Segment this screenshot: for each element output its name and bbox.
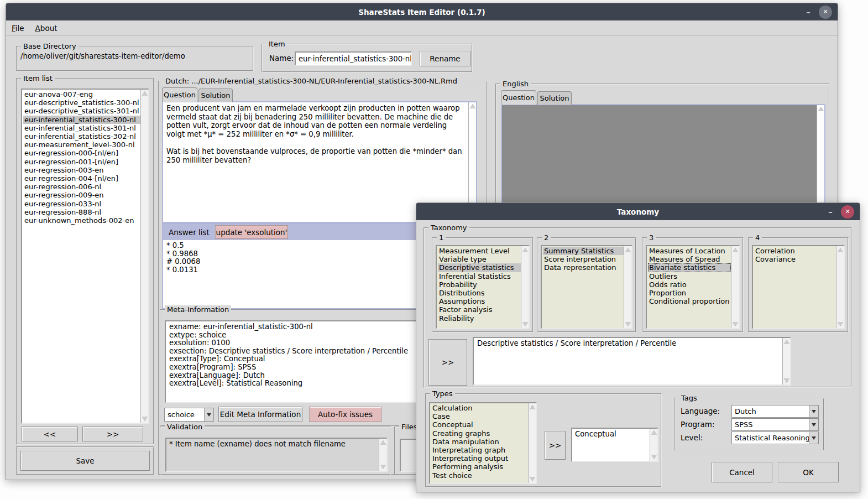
taxonomy-2-entry[interactable]: Data representation — [543, 263, 624, 272]
next-item-button[interactable]: >> — [82, 427, 143, 441]
minimize-icon[interactable]: – — [804, 9, 812, 15]
item-list-entry[interactable]: eur-descriptive_statistics-301-nl — [23, 107, 140, 115]
taxonomy-list-2[interactable]: Summary StatisticsScore interpretationDa… — [541, 245, 632, 329]
english-tab-question[interactable]: Question — [501, 90, 536, 105]
taxonomy-2-entry[interactable]: Summary Statistics — [543, 247, 624, 255]
taxonomy-4-entry[interactable]: Covariance — [754, 255, 836, 263]
scroll-down-icon[interactable] — [651, 455, 657, 459]
taxonomy-3-entry[interactable]: Outliers — [648, 272, 731, 280]
taxonomy-3-entry[interactable]: Proportion — [648, 289, 731, 297]
item-list-entry[interactable]: eur-regression-033-nl — [23, 200, 140, 208]
ok-button[interactable]: OK — [778, 462, 839, 482]
item-list-entry[interactable]: eur-regression-009-en — [23, 191, 140, 199]
scroll-down-icon[interactable] — [142, 417, 148, 421]
minimize-icon[interactable]: – — [827, 209, 834, 215]
types-listbox[interactable]: CalculationCaseConceptualCreating graphs… — [429, 402, 537, 484]
item-list-entry[interactable]: eur-regression-006-nl — [23, 183, 140, 191]
item-list-entry[interactable]: eur-descriptive_statistics-300-nl — [23, 98, 140, 107]
item-list-entry[interactable]: eur-inferential_statistics-302-nl — [23, 132, 140, 141]
scroll-down-icon[interactable] — [522, 322, 528, 326]
scroll-down-icon[interactable] — [625, 322, 631, 326]
scroll-down-icon[interactable] — [530, 477, 535, 481]
save-button[interactable]: Save — [20, 451, 150, 471]
scrollbar[interactable] — [782, 338, 790, 384]
english-tab-solution[interactable]: Solution — [537, 91, 572, 105]
item-type-dropdown[interactable]: schoice — [164, 408, 214, 422]
auto-fix-issues-button[interactable]: Auto-fix issues — [309, 407, 381, 422]
scrollbar[interactable] — [624, 246, 631, 328]
item-list-entry[interactable]: eur-unknown_methods-002-en — [23, 216, 140, 225]
item-list-entry[interactable]: eur-regression-888-nl — [23, 208, 140, 216]
scroll-up-icon[interactable] — [470, 104, 475, 108]
scroll-up-icon[interactable] — [530, 405, 535, 409]
prev-item-button[interactable]: << — [22, 427, 78, 441]
item-list-entry[interactable]: eur-regression-000-[nl/en] — [23, 149, 140, 157]
level-dropdown[interactable]: Statistical Reasoning — [731, 432, 819, 444]
taxonomy-1-entry[interactable]: Assumptions — [438, 297, 521, 305]
chevron-down-icon[interactable] — [809, 432, 818, 444]
taxonomy-3-entry[interactable]: Measures of Location — [648, 247, 731, 255]
types-entry[interactable]: Creating graphs — [431, 429, 528, 438]
taxonomy-1-entry[interactable]: Factor analysis — [438, 305, 521, 314]
taxonomy-1-entry[interactable]: Descriptive statistics — [438, 263, 521, 272]
taxonomy-1-entry[interactable]: Distributions — [438, 289, 521, 297]
scroll-down-icon[interactable] — [784, 378, 789, 383]
taxonomy-1-entry[interactable]: Reliability — [438, 314, 521, 323]
types-entry[interactable]: Test choice — [431, 471, 528, 480]
taxonomy-3-entry[interactable]: Measures of Spread — [648, 255, 731, 263]
item-list-entry[interactable]: eur-regression-004-[nl/en] — [23, 174, 140, 183]
taxonomy-1-entry[interactable]: Probability — [438, 280, 521, 289]
types-entry[interactable]: Case — [431, 412, 528, 420]
cancel-button[interactable]: Cancel — [712, 462, 772, 482]
types-transfer-button[interactable]: >> — [545, 431, 566, 460]
taxonomy-result-text[interactable]: Descriptive statistics / Score interpret… — [474, 338, 782, 384]
taxonomy-2-entry[interactable]: Score interpretation — [543, 255, 624, 263]
types-entry[interactable]: Calculation — [431, 404, 528, 412]
taxonomy-3-entry[interactable]: Odds ratio — [648, 280, 731, 289]
taxonomy-3-entry[interactable]: Bivariate statistics — [648, 263, 731, 272]
scroll-up-icon[interactable] — [838, 248, 843, 252]
taxonomy-1-entry[interactable]: Inferential Statistics — [438, 272, 521, 280]
scroll-up-icon[interactable] — [784, 340, 789, 344]
item-list-entry[interactable]: eur-inferential_statistics-301-nl — [23, 124, 140, 132]
program-dropdown[interactable]: SPSS — [731, 418, 819, 431]
item-name-input[interactable]: eur-inferential_statistics-300-nl — [295, 51, 412, 66]
item-list-entry[interactable]: eur-regression-001-[nl/en] — [23, 158, 140, 166]
menu-item[interactable]: About — [35, 24, 57, 33]
scroll-down-icon[interactable] — [380, 465, 386, 469]
scrollbar[interactable] — [140, 90, 148, 423]
taxonomy-3-entry[interactable]: Conditional proportion — [648, 297, 731, 305]
item-list-entry[interactable]: eur-regression-003-en — [23, 166, 140, 174]
types-entry[interactable]: Performing analysis — [431, 462, 528, 471]
taxonomy-1-entry[interactable]: Variable type — [438, 255, 521, 263]
taxonomy-list-1[interactable]: Measurement LevelVariable typeDescriptiv… — [436, 245, 530, 329]
chevron-down-icon[interactable] — [809, 406, 818, 417]
types-entry[interactable]: Conceptual — [431, 420, 528, 429]
menu-item[interactable]: File — [12, 24, 24, 33]
types-entry[interactable]: Interpretating graph — [431, 446, 528, 454]
item-listbox[interactable]: eur-anova-007-engeur-descriptive_statist… — [21, 89, 149, 424]
scrollbar[interactable] — [528, 403, 536, 483]
dutch-tab-question[interactable]: Question — [162, 87, 197, 102]
taxonomy-1-entry[interactable]: Measurement Level — [438, 247, 521, 255]
scroll-up-icon[interactable] — [625, 248, 631, 252]
scrollbar[interactable] — [731, 246, 739, 328]
scroll-down-icon[interactable] — [733, 322, 738, 326]
scrollbar[interactable] — [650, 429, 657, 461]
scroll-up-icon[interactable] — [733, 248, 738, 252]
taxonomy-list-3[interactable]: Measures of LocationMeasures of SpreadBi… — [646, 245, 740, 329]
types-entry[interactable]: Data manipulation — [431, 438, 528, 446]
taxonomy-list-4[interactable]: CorrelationCovariance — [752, 245, 845, 329]
close-icon[interactable]: ✕ — [819, 6, 832, 19]
update-exsolution-button[interactable]: update 'exsolution' — [215, 225, 288, 239]
scroll-down-icon[interactable] — [838, 322, 843, 326]
taxonomy-4-entry[interactable]: Correlation — [754, 247, 836, 255]
scroll-up-icon[interactable] — [651, 430, 657, 435]
scrollbar[interactable] — [521, 246, 529, 328]
item-list-entry[interactable]: eur-measurement_level-300-nl — [23, 141, 140, 149]
scroll-up-icon[interactable] — [522, 248, 528, 252]
chevron-down-icon[interactable] — [809, 419, 818, 430]
scroll-up-icon[interactable] — [818, 107, 824, 111]
scrollbar[interactable] — [379, 439, 386, 471]
chevron-down-icon[interactable] — [204, 408, 213, 421]
